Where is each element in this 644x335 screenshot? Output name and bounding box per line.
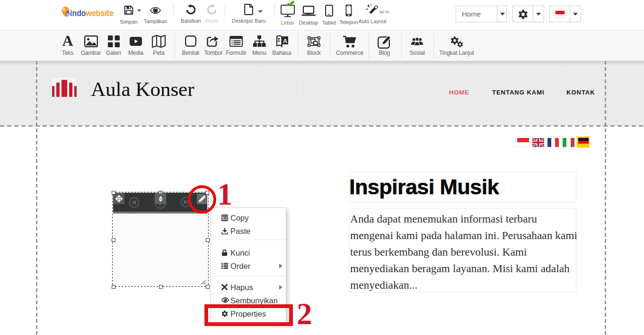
svg-text:tw: tw (62, 8, 65, 10)
svg-text:indowebsite: indowebsite (70, 9, 114, 18)
svg-text:A: A (62, 34, 73, 48)
svg-text:A: A (283, 38, 287, 44)
